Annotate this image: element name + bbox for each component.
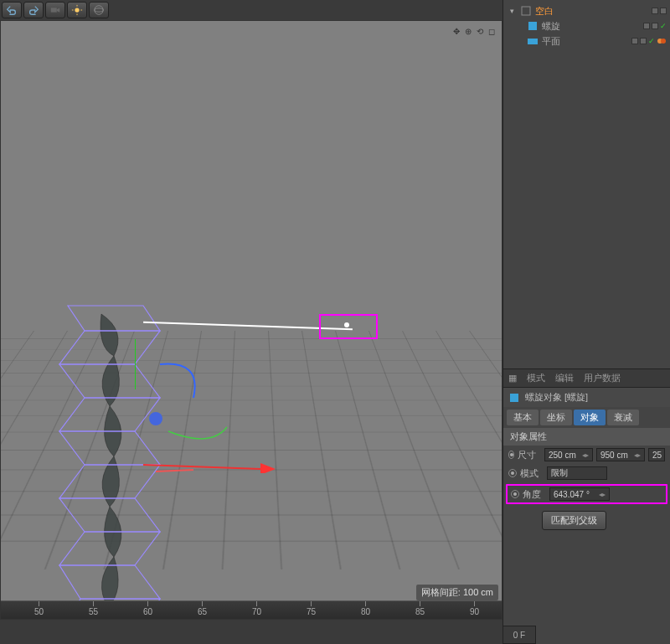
mode-select[interactable]: 限制 (547, 466, 607, 480)
svg-rect-16 (528, 39, 538, 44)
svg-rect-0 (51, 8, 57, 12)
toolbar-btn-undo[interactable] (2, 2, 22, 18)
vp-move-icon[interactable]: ✥ (451, 26, 461, 36)
tab-object[interactable]: 对象 (574, 410, 606, 425)
anim-radio[interactable] (508, 451, 514, 459)
anim-radio[interactable] (511, 490, 519, 498)
prop-size: 尺寸 250 cm◂▸ 950 cm◂▸ 25 (503, 446, 670, 464)
size-y-field[interactable]: 950 cm◂▸ (596, 448, 645, 461)
highlight-box-viewport (319, 314, 378, 339)
object-twist[interactable]: 螺旋 ✓ (507, 18, 667, 33)
tab-falloff[interactable]: 衰减 (607, 410, 639, 425)
twist-deformer-icon (527, 20, 539, 32)
svg-point-18 (661, 39, 666, 44)
toolbar-btn-redo[interactable] (23, 2, 44, 18)
toolbar-btn-camera[interactable] (45, 2, 65, 18)
object-manager: ▾ 空白 螺旋 ✓ 平面 ✓ (502, 0, 670, 368)
toolbar-btn-light[interactable] (67, 2, 87, 18)
viewport-controls: ✥ ⊕ ⟲ ◻ (451, 26, 497, 36)
grid-info-label: 网格间距: 100 cm (416, 585, 498, 600)
check-icon[interactable]: ✓ (648, 37, 655, 45)
size-z-field[interactable]: 25 (648, 448, 665, 461)
attr-menu-bar: ▦ 模式 编辑 用户数据 (503, 369, 670, 388)
attr-grid-icon[interactable]: ▦ (508, 373, 517, 384)
frame-counter-of[interactable]: 0 F (502, 626, 536, 644)
tab-basic[interactable]: 基本 (507, 410, 539, 425)
plane-icon (527, 35, 539, 47)
size-x-field[interactable]: 250 cm◂▸ (544, 448, 593, 461)
section-object-props: 对象属性 (503, 428, 670, 446)
svg-rect-14 (522, 7, 530, 15)
render-dot[interactable] (660, 8, 667, 14)
vp-max-icon[interactable]: ◻ (487, 26, 497, 36)
layer-dot[interactable] (652, 8, 658, 14)
svg-point-1 (75, 8, 79, 12)
vp-zoom-icon[interactable]: ⊕ (463, 26, 473, 36)
svg-point-6 (95, 6, 104, 15)
null-icon (520, 5, 532, 17)
helix-object[interactable] (34, 297, 235, 620)
object-plane[interactable]: 平面 ✓ (507, 33, 667, 49)
attr-tabs: 基本 坐标 对象 衰减 (503, 407, 670, 428)
material-tag-icon[interactable] (657, 36, 667, 46)
menu-edit[interactable]: 编辑 (555, 372, 574, 384)
angle-field[interactable]: 643.047 °◂▸ (549, 487, 610, 501)
fit-to-parent-button[interactable]: 匹配到父级 (542, 511, 606, 530)
check-icon[interactable]: ✓ (660, 22, 667, 30)
object-null-root[interactable]: ▾ 空白 (507, 3, 667, 18)
svg-point-7 (95, 8, 104, 12)
anim-radio[interactable] (508, 469, 517, 477)
svg-rect-19 (510, 394, 518, 402)
attr-object-title: 螺旋对象 [螺旋] (503, 388, 670, 407)
tab-coord[interactable]: 坐标 (540, 410, 572, 425)
attribute-manager: ▦ 模式 编辑 用户数据 螺旋对象 [螺旋] 基本 坐标 对象 衰减 对象属性 … (502, 368, 670, 644)
twist-icon (508, 392, 520, 404)
expand-icon[interactable]: ▾ (510, 7, 517, 15)
viewport[interactable]: ✥ ⊕ ⟲ ◻ (0, 20, 502, 620)
prop-mode: 模式 限制 (503, 464, 670, 482)
menu-mode[interactable]: 模式 (527, 372, 545, 384)
prop-angle-highlighted: 角度 643.047 °◂▸ (506, 484, 667, 504)
toolbar-btn-world[interactable] (89, 2, 109, 18)
timeline-ruler[interactable]: 50 55 60 65 70 75 80 85 90 (1, 600, 502, 619)
svg-rect-15 (528, 22, 537, 30)
vp-rotate-icon[interactable]: ⟲ (475, 26, 485, 36)
menu-userdata[interactable]: 用户数据 (584, 372, 621, 384)
